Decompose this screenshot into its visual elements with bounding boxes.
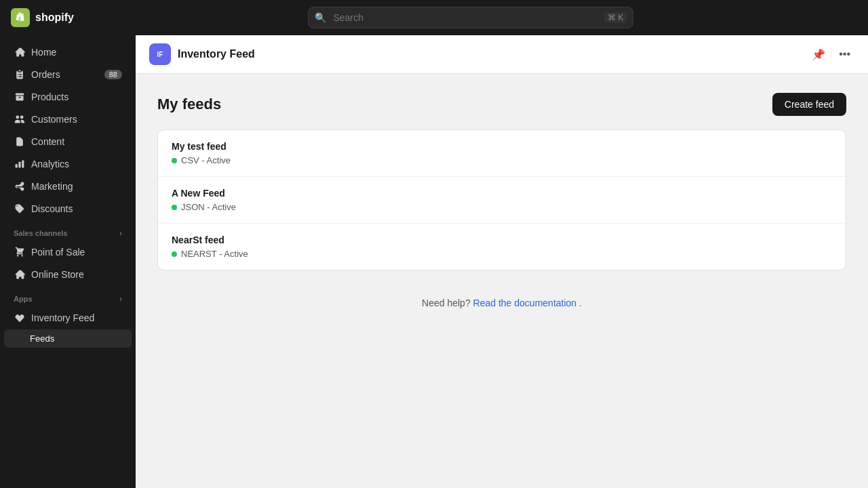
feed-status: NEARST - Active [172, 249, 832, 259]
orders-icon [14, 68, 26, 81]
discounts-icon [14, 203, 26, 215]
pin-button[interactable]: 📌 [808, 45, 829, 64]
sidebar-item-inventory-feed[interactable]: Inventory Feed [4, 307, 132, 329]
sidebar-item-marketing[interactable]: Marketing [4, 176, 132, 197]
section-header: My feeds Create feed [157, 93, 846, 116]
sales-channels-label: Sales channels [14, 229, 68, 237]
content-title: Inventory Feed [178, 48, 255, 60]
sidebar-item-orders[interactable]: Orders 88 [4, 64, 132, 85]
sidebar-item-pos[interactable]: Point of Sale [4, 241, 132, 263]
sidebar-item-analytics[interactable]: Analytics [4, 153, 132, 175]
content-header-left: IF Inventory Feed [149, 43, 255, 65]
sidebar-item-content[interactable]: Content [4, 131, 132, 152]
content-area: IF Inventory Feed 📌 ••• My feeds Create … [136, 35, 868, 488]
apps-label: Apps [14, 295, 33, 303]
status-dot [172, 251, 177, 257]
main-content: My feeds Create feed My test feed CSV - … [136, 74, 868, 488]
inventory-feed-label: Inventory Feed [31, 312, 122, 323]
help-text-suffix: . [579, 298, 582, 308]
pin-icon: 📌 [812, 49, 825, 60]
app-icon: IF [149, 43, 171, 65]
feeds-list: My test feed CSV - Active A New Feed [157, 129, 846, 270]
app-icon-letter: IF [157, 51, 163, 58]
sidebar-item-products[interactable]: Products [4, 86, 132, 108]
sales-channels-section: Sales channels › [4, 220, 132, 241]
search-input[interactable] [308, 7, 633, 28]
feed-type-status: NEARST - Active [181, 249, 248, 259]
home-label: Home [31, 47, 122, 58]
section-title: My feeds [157, 96, 221, 113]
feed-name: NearSt feed [172, 235, 832, 245]
search-shortcut: ⌘ K [604, 12, 627, 23]
sidebar: Home Orders 88 Products Customers [0, 35, 136, 488]
help-text: Need help? Read the documentation . [157, 298, 846, 308]
more-button[interactable]: ••• [835, 45, 854, 63]
pos-label: Point of Sale [31, 247, 122, 258]
online-store-label: Online Store [31, 269, 122, 280]
feed-name: My test feed [172, 141, 832, 152]
feed-status: JSON - Active [172, 202, 832, 212]
products-icon [14, 91, 26, 103]
products-label: Products [31, 92, 122, 102]
create-feed-button[interactable]: Create feed [772, 93, 846, 116]
analytics-icon [14, 158, 26, 170]
feed-type-status: CSV - Active [181, 155, 231, 165]
sidebar-item-discounts[interactable]: Discounts [4, 198, 132, 220]
sales-channels-expand-icon[interactable]: › [119, 228, 122, 238]
home-icon [14, 46, 26, 58]
store-icon [14, 268, 26, 281]
marketing-label: Marketing [31, 181, 122, 192]
feed-status: CSV - Active [172, 155, 832, 165]
sidebar-item-home[interactable]: Home [4, 41, 132, 63]
help-text-prefix: Need help? [422, 298, 473, 308]
feed-name: A New Feed [172, 188, 832, 199]
feeds-label: Feeds [30, 333, 54, 344]
shopify-logo[interactable]: shopify [11, 8, 74, 27]
shopify-logo-icon [11, 8, 30, 27]
feed-item[interactable]: NearSt feed NEARST - Active [158, 224, 846, 270]
pos-icon [14, 246, 26, 258]
orders-label: Orders [31, 69, 99, 80]
content-header-actions: 📌 ••• [808, 45, 854, 64]
customers-label: Customers [31, 114, 122, 125]
sidebar-item-feeds[interactable]: Feeds [4, 329, 132, 348]
marketing-icon [14, 180, 26, 192]
orders-badge: 88 [104, 70, 122, 79]
search-icon: 🔍 [315, 12, 326, 23]
sidebar-item-customers[interactable]: Customers [4, 108, 132, 130]
search-container: 🔍 ⌘ K [308, 7, 633, 28]
feed-type-status: JSON - Active [181, 202, 236, 212]
analytics-label: Analytics [31, 159, 122, 169]
documentation-link[interactable]: Read the documentation [473, 298, 577, 308]
apps-expand-icon[interactable]: › [119, 294, 122, 304]
apps-section: Apps › [4, 286, 132, 306]
feed-item[interactable]: A New Feed JSON - Active [158, 177, 846, 224]
feed-item[interactable]: My test feed CSV - Active [158, 130, 846, 177]
customers-icon [14, 113, 26, 125]
sidebar-item-online-store[interactable]: Online Store [4, 264, 132, 285]
content-header: IF Inventory Feed 📌 ••• [136, 35, 868, 74]
main-layout: Home Orders 88 Products Customers [0, 35, 868, 488]
logo-text: shopify [35, 12, 74, 24]
topbar: shopify 🔍 ⌘ K [0, 0, 868, 35]
discounts-label: Discounts [31, 203, 122, 214]
status-dot [172, 158, 177, 163]
content-label: Content [31, 136, 122, 147]
status-dot [172, 205, 177, 210]
more-icon: ••• [839, 48, 850, 60]
content-icon [14, 136, 26, 148]
feed-icon [14, 312, 26, 324]
